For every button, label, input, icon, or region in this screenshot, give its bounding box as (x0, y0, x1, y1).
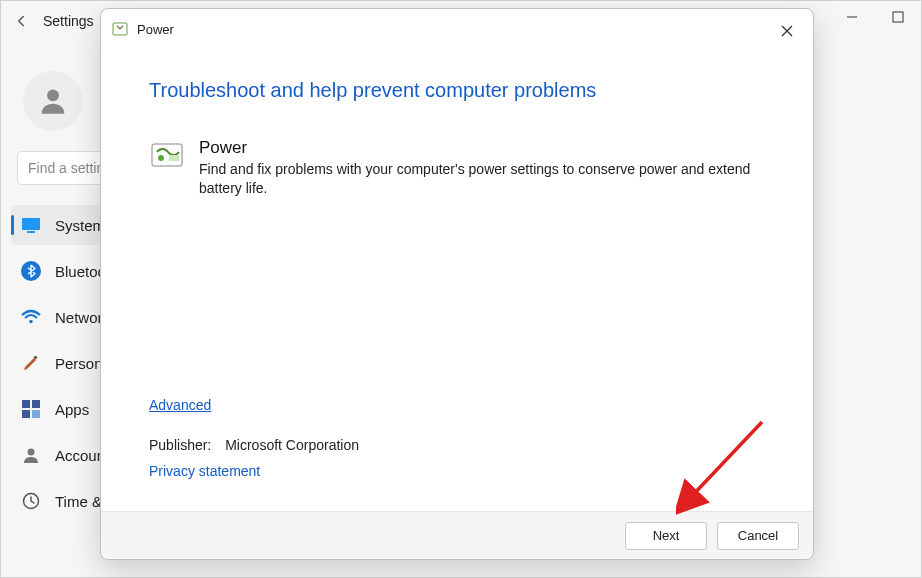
back-button[interactable] (9, 9, 33, 33)
power-icon (111, 20, 129, 38)
svg-point-11 (28, 449, 35, 456)
svg-point-15 (158, 155, 164, 161)
publisher-value: Microsoft Corporation (225, 437, 359, 453)
svg-point-2 (47, 89, 59, 101)
system-icon (21, 215, 41, 235)
svg-rect-8 (32, 400, 40, 408)
troubleshooter-icon (149, 138, 185, 174)
wifi-icon (21, 307, 41, 327)
time-icon (21, 491, 41, 511)
minimize-button[interactable] (829, 1, 875, 33)
apps-icon (21, 399, 41, 419)
publisher-row: Publisher: Microsoft Corporation (149, 437, 359, 453)
svg-rect-7 (22, 400, 30, 408)
section-title: Power (199, 138, 765, 158)
accounts-icon (21, 445, 41, 465)
svg-rect-16 (169, 155, 179, 161)
svg-rect-9 (22, 410, 30, 418)
dialog-body: Troubleshoot and help prevent computer p… (101, 49, 813, 511)
advanced-link[interactable]: Advanced (149, 397, 211, 413)
window-controls (829, 1, 921, 33)
sidebar-item-label: Apps (55, 401, 89, 418)
bluetooth-icon (21, 261, 41, 281)
maximize-button[interactable] (875, 1, 921, 33)
svg-rect-4 (27, 231, 35, 233)
close-button[interactable] (773, 17, 801, 45)
brush-icon (21, 353, 41, 373)
svg-point-5 (29, 320, 33, 324)
settings-title: Settings (43, 13, 94, 29)
dialog-heading: Troubleshoot and help prevent computer p… (149, 79, 765, 102)
section-description: Find and fix problems with your computer… (199, 160, 765, 198)
svg-rect-3 (22, 218, 40, 230)
dialog-titlebar: Power (101, 9, 813, 49)
dialog-title: Power (137, 22, 174, 37)
next-button[interactable]: Next (625, 522, 707, 550)
troubleshooter-dialog: Power Troubleshoot and help prevent comp… (100, 8, 814, 560)
publisher-label: Publisher: (149, 437, 211, 453)
avatar[interactable] (23, 71, 83, 131)
svg-rect-10 (32, 410, 40, 418)
dialog-footer: Next Cancel (101, 511, 813, 559)
sidebar-item-label: System (55, 217, 105, 234)
troubleshooter-section: Power Find and fix problems with your co… (149, 138, 765, 198)
privacy-link[interactable]: Privacy statement (149, 463, 260, 479)
cancel-button[interactable]: Cancel (717, 522, 799, 550)
svg-rect-1 (893, 12, 903, 22)
